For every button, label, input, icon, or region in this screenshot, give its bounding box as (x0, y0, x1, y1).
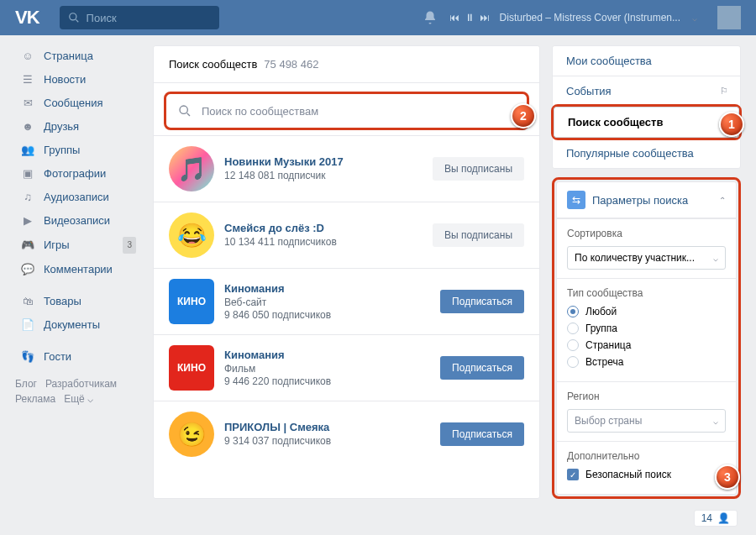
panel-count: 75 498 462 (264, 58, 318, 71)
nav-item-photos[interactable]: ▣Фотографии (15, 163, 141, 185)
community-subtitle: Веб-сайт (224, 296, 430, 309)
subscribed-button[interactable]: Вы подписаны (433, 157, 524, 181)
community-avatar[interactable]: 🎵 (169, 146, 214, 191)
chat-bar[interactable]: 14 👤 (694, 510, 738, 527)
nav-item-news[interactable]: ☰Новости (15, 69, 141, 91)
type-any[interactable]: Любой (567, 306, 726, 317)
doc-icon: 📄 (20, 317, 35, 333)
games-badge: 3 (123, 237, 136, 254)
community-subscribers: 9 846 050 подписчиков (224, 309, 430, 322)
extra-label: Дополнительно (567, 450, 726, 462)
chevron-up-icon: ⌃ (719, 196, 726, 205)
community-row: КИНОКиноманияВеб-сайт9 846 050 подписчик… (154, 268, 539, 334)
subscribe-button[interactable]: Подписаться (440, 422, 524, 446)
search-icon (68, 12, 80, 24)
community-title[interactable]: Киномания (224, 282, 430, 295)
track-title[interactable]: Disturbed – Mistress Cover (Instrumen... (500, 12, 680, 24)
community-title[interactable]: Киномания (224, 349, 430, 361)
params-header[interactable]: ⇆ Параметры поиска ⌃ (557, 182, 736, 218)
message-icon: ✉ (20, 96, 35, 111)
svg-point-0 (69, 13, 76, 20)
user-icon: ☺ (20, 49, 35, 64)
nav-item-audio[interactable]: ♫Аудиозаписи (15, 186, 141, 208)
nav-item-comments[interactable]: 💬Комментарии (15, 259, 141, 281)
community-meta: КиноманияВеб-сайт9 846 050 подписчиков (224, 282, 430, 322)
subscribe-button[interactable]: Подписаться (440, 356, 524, 380)
chevron-down-icon: ⌵ (713, 254, 718, 263)
guest-icon: 👣 (20, 349, 35, 365)
safe-search-toggle[interactable]: ✓ Безопасный поиск (567, 469, 726, 480)
vk-logo[interactable]: VK (15, 7, 39, 29)
nav-item-groups[interactable]: 👥Группы (15, 139, 141, 161)
callout-1: 1 (719, 112, 744, 137)
region-select[interactable]: Выбор страны ⌵ (567, 409, 726, 433)
link-dev[interactable]: Разработчикам (45, 378, 117, 390)
next-icon[interactable]: ⏭ (480, 12, 490, 24)
radio-icon (567, 323, 579, 334)
user-avatar[interactable] (717, 6, 741, 29)
type-page[interactable]: Страница (567, 339, 726, 351)
community-avatar[interactable]: КИНО (169, 345, 214, 391)
community-meta: КиноманияФильм9 446 220 подписчиков (224, 349, 430, 388)
audio-icon: ♫ (20, 190, 35, 205)
link-ads[interactable]: Реклама (15, 393, 55, 405)
community-avatar[interactable]: 😂 (169, 212, 214, 258)
link-more[interactable]: Ещё ⌵ (64, 393, 93, 405)
nav-item-market[interactable]: 🛍Товары (15, 291, 141, 312)
params-region: Регион Выбор страны ⌵ (557, 381, 736, 441)
rmenu-search[interactable]: Поиск сообществ (554, 107, 739, 138)
community-meta: Смейся до слёз :D10 134 411 подписчиков (224, 222, 423, 249)
nav-item-friends[interactable]: ☻Друзья (15, 116, 141, 138)
community-subtitle: Фильм (224, 363, 430, 375)
nav-item-games[interactable]: 🎮Игры3 (15, 233, 141, 257)
sort-label: Сортировка (567, 228, 726, 239)
user-menu-chevron-icon[interactable]: ⌵ (692, 13, 697, 23)
rmenu-my[interactable]: Мои сообщества (553, 46, 740, 76)
community-title[interactable]: ПРИКОЛЫ | Смеяка (224, 421, 430, 433)
nav-item-messages[interactable]: ✉Сообщения (15, 92, 141, 114)
community-avatar[interactable]: 😉 (169, 412, 214, 457)
search-params: ⇆ Параметры поиска ⌃ Сортировка По колич… (552, 177, 741, 499)
subscribe-button[interactable]: Подписаться (440, 290, 524, 313)
comment-icon: 💬 (20, 262, 35, 277)
community-row: 😉ПРИКОЛЫ | Смеяка9 314 037 подписчиковПо… (154, 401, 539, 467)
groups-icon: 👥 (20, 143, 35, 158)
community-avatar[interactable]: КИНО (169, 279, 214, 324)
radio-icon (567, 339, 579, 351)
params-type: Тип сообщества Любой Группа Страница Вст… (557, 278, 736, 381)
type-group[interactable]: Группа (567, 323, 726, 334)
pause-icon[interactable]: ⏸ (465, 12, 475, 24)
community-row: 🎵Новинки Музыки 201712 148 081 подписчик… (154, 135, 539, 202)
communities-panel: Поиск сообществ 75 498 462 Поиск по сооб… (153, 45, 540, 499)
link-blog[interactable]: Блог (15, 378, 37, 390)
chevron-down-icon: ⌵ (713, 417, 718, 426)
nav-item-guests[interactable]: 👣Гости (15, 346, 141, 368)
community-title[interactable]: Смейся до слёз :D (224, 222, 423, 234)
community-search[interactable]: Поиск по сообществам (164, 92, 529, 130)
notifications-icon[interactable] (423, 10, 438, 25)
bag-icon: 🛍 (20, 294, 35, 309)
params-sort: Сортировка По количеству участник... ⌵ (557, 218, 736, 278)
callout-2: 2 (511, 103, 536, 129)
community-row: 😂Смейся до слёз :D10 134 411 подписчиков… (154, 202, 539, 268)
global-search[interactable]: Поиск (60, 6, 219, 29)
subscribed-button[interactable]: Вы подписаны (433, 223, 524, 247)
type-label: Тип сообщества (567, 287, 726, 299)
left-nav: ☺Страница ☰Новости ✉Сообщения ☻Друзья 👥Г… (15, 45, 141, 499)
checkbox-icon: ✓ (567, 469, 579, 480)
prev-icon[interactable]: ⏮ (449, 12, 459, 24)
video-icon: ▶ (20, 213, 35, 228)
rmenu-events[interactable]: События⚐ (553, 76, 740, 106)
community-meta: Новинки Музыки 201712 148 081 подписчик (224, 155, 423, 182)
header: VK Поиск ⏮ ⏸ ⏭ Disturbed – Mistress Cove… (0, 0, 756, 35)
community-title[interactable]: Новинки Музыки 2017 (224, 155, 423, 168)
panel-header: Поиск сообществ 75 498 462 (154, 46, 539, 83)
nav-item-page[interactable]: ☺Страница (15, 45, 141, 67)
audio-player: ⏮ ⏸ ⏭ Disturbed – Mistress Cover (Instru… (449, 12, 680, 24)
sort-select[interactable]: По количеству участник... ⌵ (567, 246, 726, 270)
type-event[interactable]: Встреча (567, 356, 726, 368)
nav-item-docs[interactable]: 📄Документы (15, 314, 141, 336)
rmenu-popular[interactable]: Популярные сообщества (553, 139, 740, 168)
community-search-placeholder: Поиск по сообществам (202, 105, 318, 118)
nav-item-video[interactable]: ▶Видеозаписи (15, 210, 141, 232)
